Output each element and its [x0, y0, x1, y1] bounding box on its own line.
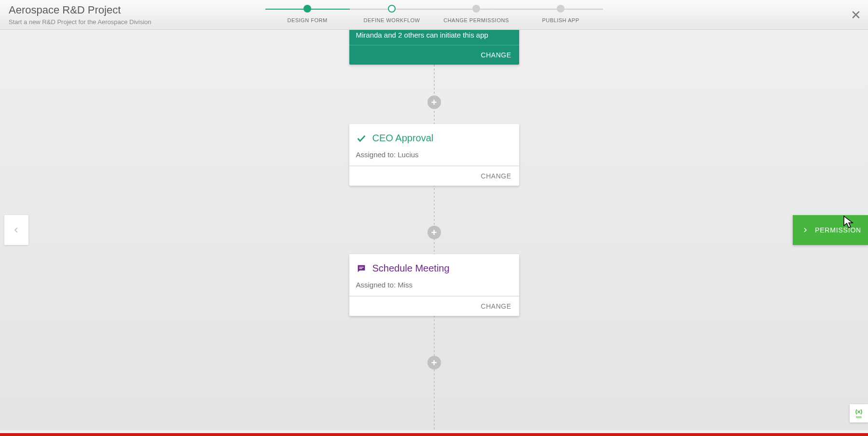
card-action-row: CHANGE: [349, 296, 519, 316]
progress-bar: [0, 433, 868, 436]
step-define-workflow[interactable]: DEFINE WORKFLOW: [350, 5, 434, 23]
step-design-form[interactable]: DESIGN FORM: [265, 5, 350, 23]
assigned-value: Lucius: [398, 150, 418, 159]
step-change-permissions[interactable]: CHANGE PERMISSIONS: [434, 5, 519, 23]
step-label: DESIGN FORM: [287, 17, 327, 23]
step-dot-icon: [388, 5, 396, 13]
assigned-prefix: Assigned to:: [356, 281, 398, 289]
brand-logo-icon: [854, 408, 863, 416]
step-label: PUBLISH APP: [542, 17, 579, 23]
meeting-change-button[interactable]: CHANGE: [481, 302, 511, 310]
plus-icon: +: [431, 97, 437, 107]
project-title: Aerospace R&D Project: [9, 4, 152, 16]
initiator-change-button[interactable]: CHANGE: [481, 51, 511, 59]
initiator-card[interactable]: Miranda and 2 others can initiate this a…: [349, 30, 519, 65]
assigned-value: Miss: [398, 281, 413, 289]
plus-icon: +: [431, 228, 437, 237]
initiator-text: Miranda and 2 others can initiate this a…: [349, 30, 519, 45]
workflow-canvas: Miranda and 2 others can initiate this a…: [0, 30, 868, 430]
check-icon: [356, 133, 367, 144]
add-step-button[interactable]: +: [427, 95, 441, 109]
meeting-card[interactable]: Schedule Meeting Assigned to: Miss CHANG…: [349, 254, 519, 316]
step-dot-icon: [303, 5, 311, 13]
wizard-steps: DESIGN FORM DEFINE WORKFLOW CHANGE PERMI…: [265, 5, 603, 23]
back-button[interactable]: [4, 215, 28, 245]
step-label: CHANGE PERMISSIONS: [443, 17, 509, 23]
approval-assigned: Assigned to: Lucius: [349, 148, 519, 166]
svg-rect-0: [359, 267, 363, 267]
approval-card[interactable]: CEO Approval Assigned to: Lucius CHANGE: [349, 124, 519, 186]
page-header: Aerospace R&D Project Start a new R&D Pr…: [0, 0, 868, 30]
svg-rect-1: [359, 268, 362, 269]
permissions-label: PERMISSION: [815, 226, 861, 234]
assigned-prefix: Assigned to:: [356, 150, 398, 159]
brand-label: KISS: [856, 416, 862, 419]
add-step-button[interactable]: +: [427, 226, 441, 239]
chevron-left-icon: [13, 225, 20, 235]
approval-change-button[interactable]: CHANGE: [481, 172, 511, 180]
chevron-right-icon: [802, 225, 808, 235]
step-dot-icon: [472, 5, 480, 13]
card-header: CEO Approval: [349, 124, 519, 148]
card-header: Schedule Meeting: [349, 254, 519, 278]
meeting-title: Schedule Meeting: [372, 263, 450, 274]
close-icon[interactable]: ✕: [851, 9, 861, 21]
card-action-row: CHANGE: [349, 45, 519, 65]
card-action-row: CHANGE: [349, 166, 519, 186]
add-step-button[interactable]: +: [427, 356, 441, 369]
step-label: DEFINE WORKFLOW: [364, 17, 420, 23]
meeting-assigned: Assigned to: Miss: [349, 278, 519, 296]
plus-icon: +: [431, 358, 437, 368]
step-publish-app[interactable]: PUBLISH APP: [519, 5, 603, 23]
chat-icon: [356, 263, 367, 274]
brand-badge[interactable]: KISS: [850, 404, 868, 422]
step-dot-icon: [557, 5, 565, 13]
permissions-button[interactable]: PERMISSION: [793, 215, 868, 245]
project-subtitle: Start a new R&D Project for the Aerospac…: [9, 18, 152, 26]
approval-title: CEO Approval: [372, 133, 434, 144]
